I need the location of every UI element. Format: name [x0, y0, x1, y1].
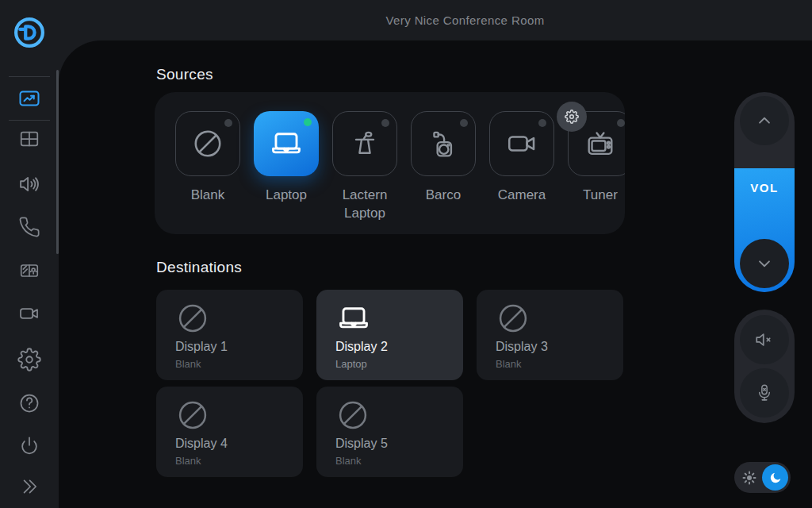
sources-panel: Blank Laptop — [155, 92, 625, 234]
destination-title: Display 5 — [335, 437, 388, 451]
ban-icon — [335, 397, 371, 433]
destinations-heading: Destinations — [156, 259, 242, 276]
volume-control: VOL — [734, 92, 795, 292]
chevron-up-icon — [754, 110, 775, 131]
signal-dot — [617, 119, 625, 127]
signal-dot — [538, 119, 546, 127]
sidebar-item-audio[interactable] — [13, 168, 45, 200]
sidebar-item-power[interactable] — [13, 430, 45, 462]
destination-source: Blank — [496, 358, 522, 370]
divider — [9, 76, 50, 77]
tv-tuner-icon — [583, 126, 618, 161]
signal-dot — [304, 118, 312, 126]
mic-mute-icon — [753, 382, 776, 404]
chevron-down-icon — [754, 253, 775, 274]
room-environment-icon — [18, 260, 40, 282]
gear-icon — [17, 348, 41, 371]
source-tile-blank[interactable]: Blank — [175, 111, 240, 223]
brand-d-logo[interactable] — [12, 15, 47, 50]
destination-card-display-1[interactable]: Display 1 Blank — [156, 290, 303, 380]
chevrons-right-icon — [18, 475, 40, 498]
destination-source: Blank — [335, 455, 362, 467]
destination-card-display-5[interactable]: Display 5 Blank — [316, 387, 463, 477]
lectern-icon — [347, 126, 382, 161]
audio-mute-group — [734, 310, 795, 423]
sidebar-item-routing[interactable] — [13, 83, 45, 114]
destination-title: Display 1 — [175, 340, 228, 354]
destination-source: Blank — [175, 358, 201, 370]
destination-title: Display 4 — [175, 437, 228, 451]
divider — [9, 120, 50, 121]
sources-heading: Sources — [156, 66, 213, 83]
sidebar-item-layouts[interactable] — [13, 123, 45, 155]
ban-icon — [495, 300, 531, 337]
destination-source: Laptop — [335, 358, 367, 370]
source-label: Tuner — [557, 186, 625, 204]
volume-up-button[interactable] — [740, 96, 789, 145]
laptop-icon — [335, 300, 373, 337]
speaker-mute-button[interactable] — [740, 315, 789, 364]
room-control-app: Very Nice Conference Room — [0, 0, 812, 508]
sidebar-item-help[interactable] — [13, 387, 45, 419]
source-tile-laptop[interactable]: Laptop — [254, 111, 319, 223]
sidebar-item-settings[interactable] — [13, 344, 45, 375]
signal-dot — [460, 119, 468, 127]
help-icon — [18, 392, 40, 414]
destination-card-display-2[interactable]: Display 2 Laptop — [316, 290, 463, 380]
destination-card-display-4[interactable]: Display 4 Blank — [156, 387, 303, 477]
volume-mute-icon — [753, 328, 776, 352]
source-tile-lactern-laptop[interactable]: Lactern Laptop — [332, 111, 397, 223]
ban-icon — [174, 300, 211, 337]
phone-icon — [18, 216, 40, 238]
source-label: Barco — [400, 186, 487, 204]
moon-icon — [768, 471, 783, 485]
dark-mode-button[interactable] — [762, 464, 788, 491]
sidebar-scrollbar[interactable] — [56, 70, 59, 254]
signal-dot — [381, 119, 389, 127]
sun-icon[interactable] — [741, 470, 757, 486]
layout-grid-icon — [18, 128, 40, 150]
destination-card-display-3[interactable]: Display 3 Blank — [477, 290, 623, 380]
video-camera-icon — [504, 126, 539, 161]
gear-icon — [565, 110, 579, 124]
video-camera-icon — [18, 302, 40, 325]
signal-dot — [224, 119, 232, 127]
barco-clickshare-icon — [426, 126, 461, 161]
sources-settings-button[interactable] — [557, 102, 587, 132]
power-icon — [18, 435, 40, 457]
sources-row: Blank Laptop — [175, 111, 625, 223]
source-label: Lactern Laptop — [321, 186, 408, 223]
ban-icon — [174, 397, 211, 433]
ban-icon — [190, 126, 225, 161]
activity-icon — [17, 87, 42, 110]
source-label: Blank — [164, 186, 251, 204]
speaker-icon — [17, 172, 41, 196]
theme-toggle[interactable] — [734, 462, 791, 493]
laptop-icon — [268, 125, 304, 162]
sidebar-item-environment[interactable] — [13, 255, 45, 287]
source-tile-barco[interactable]: Barco — [411, 111, 476, 223]
room-name: Very Nice Conference Room — [59, 13, 812, 27]
source-label: Camera — [478, 186, 565, 204]
volume-label: VOL — [734, 181, 795, 194]
sidebar-item-camera[interactable] — [13, 298, 45, 329]
volume-down-button[interactable] — [740, 239, 789, 288]
sidebar-item-expand[interactable] — [13, 471, 45, 502]
source-label: Laptop — [243, 186, 330, 204]
sidebar-item-phone[interactable] — [13, 211, 45, 243]
source-tile-camera[interactable]: Camera — [489, 111, 554, 223]
destination-title: Display 2 — [335, 340, 388, 354]
mic-mute-button[interactable] — [740, 368, 789, 418]
destination-title: Display 3 — [496, 340, 548, 354]
destination-source: Blank — [175, 455, 201, 467]
